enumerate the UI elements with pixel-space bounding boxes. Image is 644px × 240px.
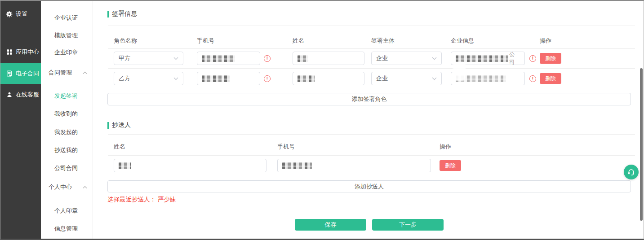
role-select-row2[interactable]: 乙方	[114, 72, 183, 85]
divider	[108, 26, 635, 26]
phone-input-row2[interactable]	[197, 72, 260, 85]
chevron-down-icon	[432, 57, 437, 60]
menu-item-enterprise-auth[interactable]: 企业认证	[54, 13, 88, 22]
app-grid-icon	[6, 49, 13, 56]
column-header-subject: 签署主体	[371, 37, 395, 45]
cc-column-header-action: 操作	[440, 143, 451, 151]
role-select-row1[interactable]: 甲方	[114, 52, 183, 65]
menu-item-received[interactable]: 我收到的	[54, 109, 88, 118]
redacted-name-value	[298, 55, 308, 62]
gear-icon	[6, 11, 13, 17]
menu-group-label: 合同管理	[49, 68, 72, 77]
chevron-down-icon	[173, 57, 178, 60]
column-header-phone: 手机号	[197, 37, 214, 45]
menu-item-enterprise-seal[interactable]: 企业印章	[54, 48, 88, 57]
section-accent-bar	[107, 122, 109, 129]
sidebar-item-label: 电子合同	[16, 70, 39, 78]
warning-icon: !	[264, 55, 271, 62]
name-input-row1[interactable]	[293, 52, 364, 65]
menu-item-initiated[interactable]: 我发起的	[54, 128, 88, 137]
delete-cc-button[interactable]: 删除	[440, 160, 461, 171]
sign-info-section-title: 签署信息	[107, 10, 137, 18]
subject-select-row2[interactable]: 企业	[371, 72, 442, 85]
delete-role-button-row2[interactable]: 删除	[540, 73, 561, 84]
enterprise-visible-suffix: 公司	[509, 51, 520, 66]
sidebar-item-settings[interactable]: 设置	[0, 8, 41, 20]
sidebar-item-label: 设置	[16, 10, 27, 18]
recent-cc-hint[interactable]: 选择最近抄送人： 严少妹	[107, 196, 176, 204]
section-accent-bar	[107, 11, 109, 17]
floating-customer-service-button[interactable]	[624, 165, 639, 179]
subject-select-value: 企业	[376, 74, 388, 83]
menu-group-label: 个人中心	[49, 183, 72, 192]
warning-icon: !	[264, 75, 271, 82]
column-header-role: 角色名称	[114, 37, 137, 45]
customer-service-icon	[6, 92, 13, 98]
divider	[108, 68, 635, 69]
column-header-action: 操作	[540, 37, 551, 45]
save-button[interactable]: 保存	[295, 219, 366, 231]
menu-item-template-mgmt[interactable]: 模版管理	[54, 31, 88, 40]
menu-item-personal-seal[interactable]: 个人印章	[54, 206, 88, 215]
contract-icon	[6, 70, 13, 77]
warning-icon: !	[529, 75, 536, 82]
divider	[108, 155, 635, 156]
redacted-phone-value	[202, 75, 230, 82]
app-window: 设置 应用中心 电子合同	[0, 0, 644, 240]
role-select-value: 甲方	[119, 54, 130, 62]
cc-column-header-name: 姓名	[114, 143, 125, 151]
menu-item-initiate-sign[interactable]: 发起签署	[54, 92, 88, 100]
blur-smudge	[453, 62, 466, 81]
sidebar-item-label: 应用中心	[16, 48, 39, 56]
warning-icon: !	[529, 55, 536, 62]
cc-column-header-phone: 手机号	[277, 143, 295, 151]
subject-select-value: 企业	[376, 54, 388, 62]
divider	[108, 89, 635, 89]
redacted-phone-value	[282, 162, 312, 169]
primary-sidebar: 设置 应用中心 电子合同	[0, 1, 41, 239]
chevron-up-icon	[83, 186, 87, 189]
cc-phone-input[interactable]	[277, 159, 431, 172]
delete-role-button-row1[interactable]: 删除	[540, 53, 561, 64]
column-header-enterprise: 企业信息	[451, 37, 474, 45]
cc-section-title: 抄送人	[107, 121, 131, 129]
menu-group-contract-mgmt[interactable]: 合同管理	[49, 68, 88, 77]
headset-icon	[627, 168, 635, 176]
sidebar-item-online-service[interactable]: 在线客服	[0, 89, 41, 100]
sidebar-item-label: 在线客服	[16, 91, 39, 99]
add-cc-button[interactable]: 添加抄送人	[107, 180, 631, 192]
divider	[108, 134, 635, 135]
name-input-row2[interactable]	[293, 72, 364, 85]
chevron-down-icon	[432, 77, 437, 80]
cc-name-input[interactable]	[114, 159, 266, 172]
sidebar-item-app-center[interactable]: 应用中心	[0, 46, 41, 58]
section-title-text: 抄送人	[112, 121, 131, 129]
divider	[108, 177, 635, 177]
phone-input-row1[interactable]	[197, 52, 260, 65]
menu-item-info-mgmt[interactable]: 信息管理	[54, 224, 88, 233]
subject-select-row1[interactable]: 企业	[371, 52, 442, 65]
menu-item-company-contract[interactable]: 公司合同	[54, 164, 88, 173]
menu-item-cc-to-me[interactable]: 抄送我的	[54, 146, 88, 155]
chevron-up-icon	[83, 71, 87, 74]
redacted-enterprise-value	[456, 55, 508, 62]
sidebar-item-e-contract[interactable]: 电子合同	[0, 63, 41, 84]
divider	[108, 48, 635, 49]
redacted-phone-value	[202, 55, 235, 62]
redacted-name-value	[298, 75, 315, 82]
chevron-down-icon	[173, 77, 178, 80]
menu-group-personal-center[interactable]: 个人中心	[49, 183, 88, 192]
column-header-name: 姓名	[293, 37, 304, 45]
section-title-text: 签署信息	[112, 10, 137, 18]
vertical-scrollbar[interactable]	[640, 68, 643, 221]
add-sign-role-button[interactable]: 添加签署角色	[107, 93, 631, 105]
next-step-button[interactable]: 下一步	[372, 219, 444, 231]
redacted-name-value	[119, 162, 131, 169]
main-panel: 签署信息 角色名称 手机号 姓名 签署主体 企业信息 操作 甲方 !	[93, 1, 644, 239]
secondary-sidebar: 企业认证 模版管理 企业印章 合同管理 发起签署 我收到的 我发起的 抄送我的 …	[41, 1, 93, 239]
footer-actions: 保存 下一步	[107, 219, 631, 231]
role-select-value: 乙方	[119, 74, 130, 83]
